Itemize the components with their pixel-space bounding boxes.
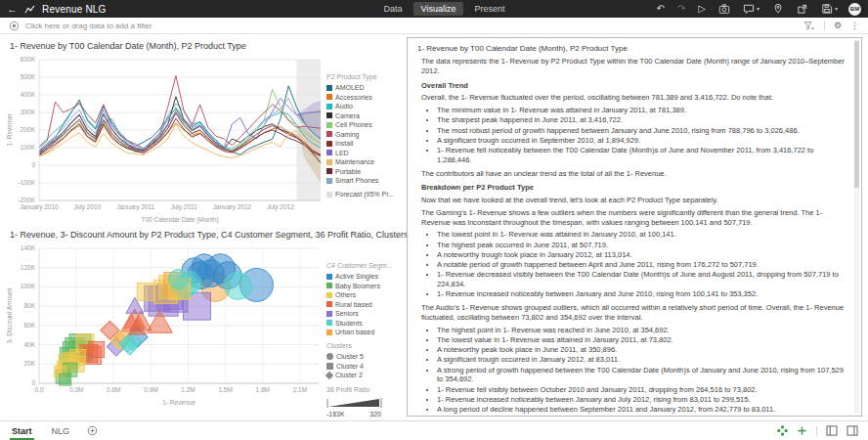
canvas-area: 1- Revenue by T00 Calendar Date (Month),… (0, 34, 868, 420)
svg-text:0: 0 (31, 161, 35, 168)
svg-text:1- Revenue: 1- Revenue (6, 113, 13, 147)
legend-swatch (326, 320, 332, 326)
legend-item[interactable]: Camera (326, 112, 399, 119)
nlg-scrollbar[interactable] (854, 40, 859, 414)
legend-label: Gaming (335, 131, 360, 138)
filter-reset-icon[interactable] (803, 21, 815, 31)
legend-item[interactable]: Baby Boomers (326, 283, 399, 289)
comments-icon[interactable]: ▾ (743, 3, 760, 15)
save-icon[interactable]: ▾ (821, 3, 838, 15)
snapshot-icon[interactable] (718, 3, 730, 15)
nlg-paragraph: The Audio's 1- Revenue shows grouped out… (421, 303, 846, 323)
legend-item[interactable]: Cluster 4 (326, 363, 399, 370)
svg-text:1.2M: 1.2M (181, 386, 195, 393)
size-min-label: -183K (326, 411, 345, 418)
layout-normal-icon[interactable] (826, 425, 838, 436)
legend-item[interactable]: Others (326, 291, 399, 298)
header-toolbar: ↶ ↷ ▷ ▾ ▾ (656, 3, 838, 15)
user-avatar[interactable]: BM (848, 3, 861, 16)
svg-text:0.3M: 0.3M (69, 386, 83, 393)
add-visualization-icon[interactable] (797, 425, 807, 436)
settings-icon[interactable]: ⚙ (834, 21, 842, 30)
legend-label: Install (335, 140, 353, 147)
legend-item[interactable]: Cluster 2 (326, 372, 399, 378)
legend-item[interactable]: Install (326, 140, 399, 147)
nlg-bullet-list: The highest point in 1- Revenue was reac… (437, 326, 846, 415)
svg-text:2.1M: 2.1M (293, 386, 307, 393)
nlg-bullet: The most robust period of growth happene… (437, 126, 846, 136)
legend-item[interactable]: Active Singles (326, 273, 399, 280)
nlg-bullet: The lowest point in 1- Revenue was attai… (437, 230, 846, 240)
cluster-diamond-glyph (326, 371, 333, 378)
nlg-bullet: A noteworthy peak took place in June 201… (437, 345, 846, 355)
revenue-discount-scatter-chart[interactable]: 0.00.3M0.6M0.9M1.2M1.5M1.8M2.1M020K40K60… (4, 241, 326, 409)
revenue-line-chart[interactable]: -200K-100K0100K200K300K400K500K600KJanua… (4, 52, 326, 226)
legend-item-forecast[interactable]: Forecast (95% Pr... (326, 191, 399, 198)
nlg-scrollbar-thumb[interactable] (854, 41, 859, 188)
nlg-bullet: A notable period of growth happened betw… (437, 260, 846, 270)
nlg-bullet: 1- Revenue fell visibly between October … (437, 385, 846, 395)
legend-swatch (326, 311, 332, 317)
legend-item[interactable]: Students (326, 320, 399, 327)
page-tab-nlg[interactable]: NLG (50, 422, 72, 440)
nlg-title: 1- Revenue by T00 Calendar Date (Month),… (417, 44, 846, 53)
legend-label: Cluster 5 (336, 353, 364, 360)
legend-title: C4 Customer Segm... (326, 262, 399, 269)
charts-column: 1- Revenue by T00 Calendar Date (Month),… (4, 37, 399, 417)
legend-item[interactable]: Cluster 5 (326, 353, 399, 360)
page-bar-actions (777, 425, 858, 436)
svg-text:400K: 400K (21, 91, 36, 98)
redo-icon[interactable]: ↷ (677, 4, 685, 14)
add-filter-icon[interactable] (9, 21, 20, 31)
page-tab-start[interactable]: Start (10, 422, 34, 440)
svg-text:-200K: -200K (19, 197, 36, 203)
more-options-icon[interactable]: ⋮ (850, 21, 859, 30)
legend-item[interactable]: Seniors (326, 310, 399, 317)
undo-icon[interactable]: ↶ (656, 4, 664, 14)
nlg-paragraph: The Gaming's 1- Revenue shows a few outl… (421, 208, 846, 228)
tab-present[interactable]: Present (466, 2, 512, 16)
layout-maximized-icon[interactable] (846, 425, 858, 436)
visualization-types-icon[interactable] (777, 425, 788, 436)
bookmark-pin-icon[interactable] (772, 3, 784, 15)
tab-visualize[interactable]: Visualize (413, 2, 464, 16)
svg-text:3- Discount Amount: 3- Discount Amount (6, 287, 13, 343)
nlg-bullet: A significant trough occurred in January… (437, 355, 846, 365)
legend-item[interactable]: Maintenance (326, 158, 399, 165)
size-legend-title: 36 Profit Ratio (326, 386, 399, 393)
filter-placeholder[interactable]: Click here or drag data to add a filter (25, 22, 152, 30)
legend-item[interactable]: LED (326, 150, 399, 156)
legend-swatch (326, 159, 332, 165)
legend-label: Smart Phones (335, 177, 378, 184)
svg-text:0: 0 (31, 379, 35, 386)
legend-item[interactable]: Audio (326, 103, 399, 110)
svg-text:T00 Calendar Date (Month): T00 Calendar Date (Month) (141, 216, 218, 224)
add-page-icon[interactable] (87, 425, 98, 436)
view-mode-tabs: DataVisualizePresent (376, 2, 513, 16)
legend-item[interactable]: Gaming (326, 131, 399, 138)
svg-text:0.9M: 0.9M (144, 386, 157, 393)
tab-data[interactable]: Data (376, 2, 411, 16)
nlg-bullet-list: The minimum value in 1- Revenue was atta… (437, 106, 846, 165)
legend-item[interactable]: Smart Phones (326, 177, 399, 184)
legend-item[interactable]: Portable (326, 168, 399, 175)
app-header: ← Revenue NLG DataVisualizePresent ↶ ↷ ▷… (0, 0, 868, 18)
play-icon[interactable]: ▷ (698, 4, 706, 14)
nlg-paragraph: Overall, the 1- Revenue fluctuated over … (421, 93, 846, 103)
legend-label: Rural based (335, 301, 372, 308)
back-icon[interactable]: ← (7, 4, 18, 15)
clusters-legend-title: Clusters (326, 342, 399, 349)
nlg-bullet: A significant trough occurred in Septemb… (437, 136, 846, 146)
popout-icon[interactable] (797, 3, 808, 15)
scatter-chart-legend: C4 Customer Segm...Active SinglesBaby Bo… (326, 241, 399, 418)
legend-item[interactable]: Urban based (326, 329, 399, 335)
nlg-text-content: 1- Revenue by T00 Calendar Date (Month),… (417, 44, 846, 417)
nlg-panel[interactable]: 1- Revenue by T00 Calendar Date (Month),… (407, 37, 862, 417)
legend-item[interactable]: Cell Phones (326, 121, 399, 128)
nlg-bullet: 1- Revenue fell noticeably between the T… (437, 146, 846, 165)
legend-item[interactable]: AMOLED (326, 84, 399, 91)
svg-text:January 2010: January 2010 (20, 203, 59, 211)
legend-label: Camera (335, 112, 360, 119)
legend-item[interactable]: Rural based (326, 301, 399, 308)
legend-item[interactable]: Accessories (326, 94, 399, 101)
